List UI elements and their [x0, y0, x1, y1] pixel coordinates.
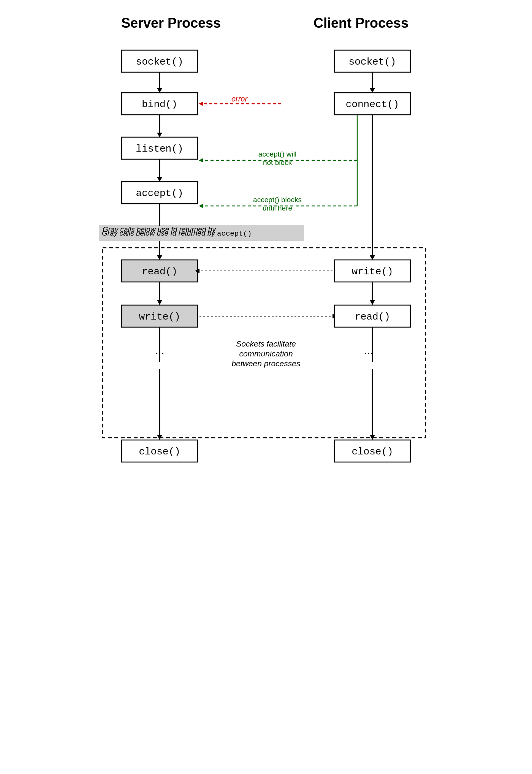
server-title: Server Process: [99, 15, 243, 31]
accept-no-block-label-line1: accept() will: [258, 150, 296, 158]
server-listen-label: listen(): [136, 143, 184, 155]
sockets-note-line2: communication: [239, 349, 293, 358]
main-diagram-svg: socket() bind() error listen() accept() …: [91, 43, 441, 774]
client-socket-label: socket(): [349, 56, 396, 68]
accept-blocks-arrowhead: [199, 204, 203, 208]
client-close-label: close(): [352, 446, 393, 457]
client-write-label: write(): [352, 266, 393, 277]
server-write-label: write(): [139, 311, 180, 323]
server-socket-arrowhead: [157, 88, 162, 93]
client-title: Client Process: [289, 15, 433, 31]
client-connect-label: connect(): [346, 99, 399, 110]
accept-blocks-label-line2: until here: [263, 204, 292, 212]
accept-no-block-label-line2: not block: [263, 158, 292, 166]
server-read-to-write-arrowhead: [157, 300, 162, 305]
server-bind-label: bind(): [142, 99, 177, 110]
accept-blocks-label-line1: accept() blocks: [253, 196, 302, 204]
server-read-label: read(): [142, 266, 177, 277]
sockets-note-line1: Sockets facilitate: [236, 339, 296, 348]
client-socket-to-connect-arrowhead: [370, 88, 375, 93]
server-bind-to-listen-arrowhead: [157, 133, 162, 137]
server-accept-label: accept(): [136, 188, 184, 199]
diagram-container: Server Process Client Process socket() b…: [91, 15, 441, 774]
sockets-note-line3: between processes: [232, 359, 301, 368]
gray-note-combined: Gray calls below use fd returned by acce…: [102, 229, 252, 238]
client-read-label: read(): [355, 311, 390, 323]
error-label: error: [231, 95, 248, 103]
client-write-to-read-arrowhead: [370, 300, 375, 305]
server-listen-to-accept-arrowhead: [157, 177, 162, 182]
error-arrowhead: [199, 101, 203, 106]
client-connect-to-write-arrowhead: [370, 255, 375, 260]
server-close-label: close(): [139, 446, 180, 457]
titles-row: Server Process Client Process: [91, 15, 441, 31]
server-socket-label: socket(): [136, 56, 184, 68]
accept-no-block-arrowhead: [199, 158, 203, 163]
server-note-to-read-arrowhead: [157, 255, 162, 260]
